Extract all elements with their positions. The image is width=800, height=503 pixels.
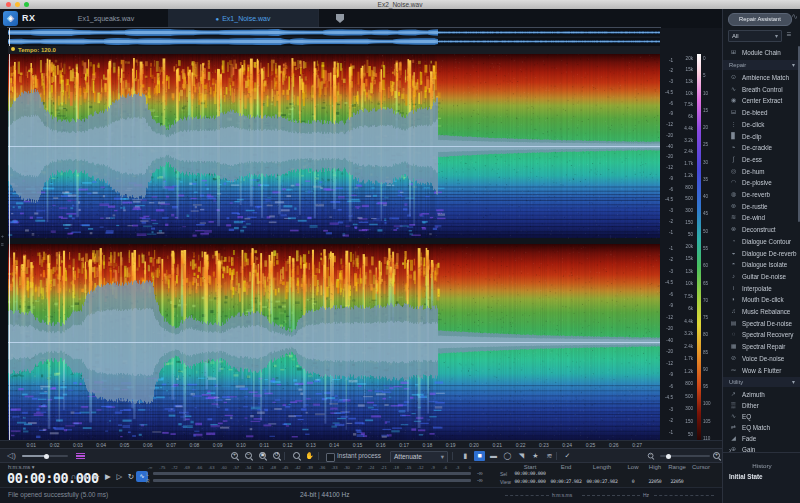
sidebar-item-spectral-repair[interactable]: ▦Spectral Repair — [723, 341, 800, 352]
section-header-repair[interactable]: Repair▾ — [723, 60, 800, 70]
ruler-label: -1 — [660, 230, 673, 235]
ruler-label: 1.2k — [676, 173, 693, 178]
module-label: Center Extract — [742, 95, 782, 106]
colorbar-label: 80 — [703, 332, 719, 337]
process-mode-select[interactable]: Attenuate▾ — [390, 451, 448, 463]
ruler-label: 2.4k — [676, 149, 693, 154]
sidebar-item-module-chain[interactable]: ⊞Module Chain — [723, 47, 800, 58]
go-to-start-button[interactable]: ⇤ — [91, 471, 102, 482]
marker-lane[interactable]: Tempo: 120.0 — [8, 46, 660, 54]
repair-assistant-button[interactable]: Repair Assistant — [728, 13, 792, 26]
confirm-selection-button[interactable]: ✓ — [562, 451, 573, 461]
meter-scale-label: -24 — [365, 465, 377, 470]
sidebar-item-interpolate[interactable]: ≀Interpolate — [723, 283, 800, 294]
module-chain-icon: ⊞ — [729, 47, 738, 58]
tempo-pin-icon[interactable] — [11, 47, 15, 51]
ruler-label: -6 — [660, 101, 673, 106]
zoom-out-slider-icon[interactable]: − — [647, 452, 655, 460]
sidebar-item-fade[interactable]: ◢Fade — [723, 433, 800, 444]
module-label: Fade — [742, 433, 756, 444]
find-similar-tool[interactable]: ≋ — [544, 451, 555, 461]
sidebar-item-mouth-de-click[interactable]: ◗Mouth De-click — [723, 294, 800, 305]
sidebar-item-de-reverb[interactable]: ◍De-reverb — [723, 189, 800, 200]
sidebar-item-voice-de-noise[interactable]: ⊘Voice De-noise — [723, 353, 800, 364]
module-menu-icon[interactable]: ≡ — [783, 30, 795, 40]
zoom-out-button[interactable]: − — [244, 451, 254, 461]
sidebar-item-de-wind[interactable]: ≋De-wind — [723, 212, 800, 223]
tab-tag-icon[interactable] — [336, 14, 344, 23]
sidebar-item-spectral-de-noise[interactable]: ▤Spectral De-noise — [723, 318, 800, 329]
hand-tool-button[interactable]: ✋ — [304, 451, 315, 461]
sidebar-item-center-extract[interactable]: ◉Center Extract — [723, 95, 800, 106]
meter-scale-label: -18 — [390, 465, 402, 470]
sidebar-item-deconstruct[interactable]: ⊗Deconstruct — [723, 224, 800, 235]
sidebar-item-dialogue-de-reverb[interactable]: ◒Dialogue De-reverb — [723, 248, 800, 259]
sidebar-item-de-clip[interactable]: ▊De-clip — [723, 131, 800, 142]
sidebar-item-azimuth[interactable]: ↗Azimuth — [723, 389, 800, 400]
lasso-selection-tool[interactable]: ◯ — [502, 451, 513, 461]
module-label: Breath Control — [742, 84, 783, 95]
sidebar-item-dialogue-contour[interactable]: ◔Dialogue Contour — [723, 236, 800, 247]
zoom-selection-button[interactable]: ▣ — [258, 451, 268, 461]
ruler-label: -1 — [660, 246, 673, 251]
time-selection-tool[interactable]: ▮ — [460, 451, 471, 461]
sidebar-item-de-rustle[interactable]: ⊛De-rustle — [723, 201, 800, 212]
ruler-label: -12 — [660, 122, 673, 127]
spectrogram-editor[interactable] — [8, 54, 660, 440]
tab-ex1-noise[interactable]: ●Ex1_Noise.wav — [168, 9, 319, 28]
time-frequency-selection-tool[interactable]: ■ — [474, 451, 485, 461]
info-value-end: 00:00:27.982 — [548, 479, 584, 484]
frequency-selection-tool[interactable]: ▬ — [488, 451, 499, 461]
sidebar-item-de-bleed[interactable]: ⊟De-bleed — [723, 107, 800, 118]
sidebar-item-ambience-match[interactable]: ⊙Ambience Match — [723, 72, 800, 83]
playhead[interactable] — [9, 54, 10, 440]
sidebar-item-spectral-recovery[interactable]: ◌Spectral Recovery — [723, 329, 800, 340]
meter-scale-label: -48 — [267, 465, 279, 470]
de-ess-icon: ∫ — [729, 154, 738, 165]
meter-scale-label: -42 — [292, 465, 304, 470]
sidebar-item-eq-match[interactable]: ⇄EQ Match — [723, 422, 800, 433]
sidebar-item-dialogue-isolate[interactable]: ◓Dialogue Isolate — [723, 259, 800, 270]
zoom-in-button[interactable]: + — [230, 451, 240, 461]
sidebar-item-music-rebalance[interactable]: ♫Music Rebalance — [723, 306, 800, 317]
section-header-utility[interactable]: Utility▾ — [723, 377, 800, 387]
ruler-label: 7.5k — [676, 294, 693, 299]
voice-de-noise-icon: ⊘ — [729, 353, 738, 364]
de-reverb-icon: ◍ — [729, 189, 738, 200]
brush-selection-tool[interactable]: ◥ — [516, 451, 527, 461]
instant-process-checkbox[interactable] — [326, 453, 335, 462]
zoom-in-slider-icon[interactable]: + — [712, 451, 722, 461]
blend-slider-knob[interactable] — [44, 454, 49, 459]
speaker-icon[interactable]: ◁) — [7, 449, 16, 463]
sidebar-item-de-plosive[interactable]: ◠De-plosive — [723, 177, 800, 188]
sidebar-item-guitar-de-noise[interactable]: ♪Guitar De-noise — [723, 271, 800, 282]
sidebar-scrollbar[interactable] — [798, 46, 800, 222]
zoom-reset-button[interactable]: ↺ — [272, 451, 282, 461]
play-button[interactable]: ▶ — [103, 471, 114, 482]
sidebar-item-de-hum[interactable]: ◎De-hum — [723, 166, 800, 177]
tab-ex1-squeaks[interactable]: Ex1_squeaks.wav — [44, 9, 169, 28]
history-item[interactable]: Initial State — [729, 473, 763, 480]
record-button[interactable]: ● — [80, 471, 91, 482]
sidebar-item-de-click[interactable]: ⋮De-click — [723, 119, 800, 130]
monitor-button[interactable]: ∩ — [68, 471, 79, 482]
dialogue-isolate-icon: ◓ — [729, 259, 738, 270]
play-selection-button[interactable]: ▷ — [114, 471, 125, 482]
loop-button[interactable]: ↻ — [126, 471, 137, 482]
sidebar-item-de-crackle[interactable]: ⌁De-crackle — [723, 142, 800, 153]
meter-scale-label: -21 — [378, 465, 390, 470]
overview-waveform[interactable] — [8, 28, 660, 46]
channel-handle-strip[interactable]: + ≡ — [0, 28, 8, 440]
module-filter-select[interactable]: All▾ — [728, 30, 782, 42]
magic-wand-tool[interactable]: ★ — [530, 451, 541, 461]
sidebar-item-eq[interactable]: ∿EQ — [723, 411, 800, 422]
sidebar-item-de-ess[interactable]: ∫De-ess — [723, 154, 800, 165]
zoom-slider-knob[interactable] — [666, 454, 671, 459]
magnify-tool-button[interactable] — [292, 451, 302, 461]
sidebar-item-breath-control[interactable]: ∿Breath Control — [723, 84, 800, 95]
colorbar-label: 50 — [703, 229, 719, 234]
sidebar-item-wow-flutter[interactable]: ∾Wow & Flutter — [723, 365, 800, 376]
ruler-label: 800 — [676, 381, 693, 386]
sidebar-item-dither[interactable]: ▒Dither — [723, 400, 800, 411]
display-layers-icon[interactable] — [76, 453, 85, 460]
